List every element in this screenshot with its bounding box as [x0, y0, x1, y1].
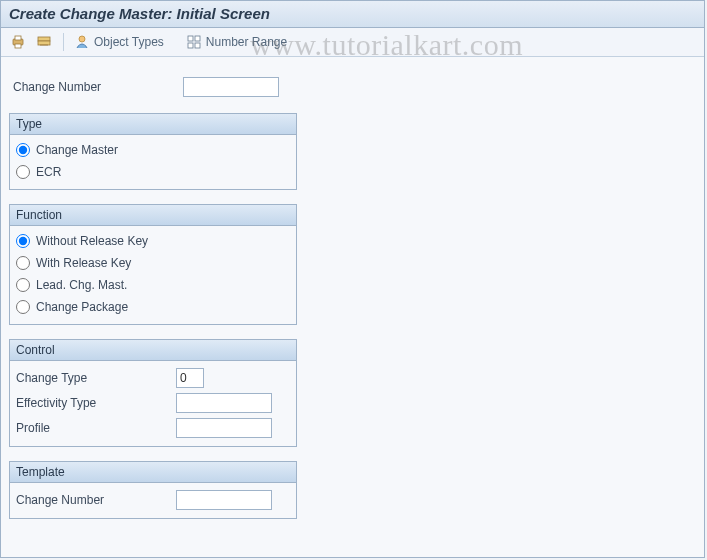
function-group-body: Without Release Key With Release Key Lea…: [10, 226, 296, 324]
change-number-row: Change Number: [9, 75, 696, 99]
function-option-with-release[interactable]: With Release Key: [16, 252, 290, 274]
type-label-change-master: Change Master: [36, 143, 118, 157]
svg-rect-4: [38, 41, 50, 45]
number-range-label: Number Range: [206, 35, 287, 49]
template-group: Template Change Number: [9, 461, 297, 519]
function-radio-with-release[interactable]: [16, 256, 30, 270]
effectivity-type-label: Effectivity Type: [16, 396, 176, 410]
function-label-lead-chg: Lead. Chg. Mast.: [36, 278, 127, 292]
object-types-label: Object Types: [94, 35, 164, 49]
sap-window: Create Change Master: Initial Screen Obj…: [0, 0, 705, 558]
work-area: Change Number Type Change Master ECR Fun…: [1, 57, 704, 529]
function-label-with-release: With Release Key: [36, 256, 131, 270]
person-icon: [74, 34, 90, 50]
find-icon[interactable]: [33, 31, 55, 53]
number-range-button[interactable]: Number Range: [184, 31, 293, 53]
control-group-title: Control: [10, 340, 296, 361]
grid-icon: [186, 34, 202, 50]
change-type-input[interactable]: [176, 368, 204, 388]
function-option-lead-chg[interactable]: Lead. Chg. Mast.: [16, 274, 290, 296]
type-option-change-master[interactable]: Change Master: [16, 139, 290, 161]
type-group: Type Change Master ECR: [9, 113, 297, 190]
type-radio-ecr[interactable]: [16, 165, 30, 179]
svg-rect-1: [15, 36, 21, 40]
svg-rect-7: [188, 36, 193, 41]
change-type-label: Change Type: [16, 371, 176, 385]
page-title: Create Change Master: Initial Screen: [1, 1, 704, 28]
type-group-body: Change Master ECR: [10, 135, 296, 189]
function-label-without-release: Without Release Key: [36, 234, 148, 248]
template-group-title: Template: [10, 462, 296, 483]
profile-label: Profile: [16, 421, 176, 435]
print-icon[interactable]: [7, 31, 29, 53]
function-group-title: Function: [10, 205, 296, 226]
template-change-number-input[interactable]: [176, 490, 272, 510]
function-radio-lead-chg[interactable]: [16, 278, 30, 292]
svg-rect-9: [188, 43, 193, 48]
svg-rect-3: [38, 37, 50, 41]
type-radio-change-master[interactable]: [16, 143, 30, 157]
function-radio-without-release[interactable]: [16, 234, 30, 248]
control-group: Control Change Type Effectivity Type Pro…: [9, 339, 297, 447]
type-option-ecr[interactable]: ECR: [16, 161, 290, 183]
svg-point-6: [79, 36, 85, 42]
svg-rect-2: [15, 44, 21, 48]
change-number-label: Change Number: [9, 80, 183, 94]
function-radio-change-package[interactable]: [16, 300, 30, 314]
function-label-change-package: Change Package: [36, 300, 128, 314]
function-option-change-package[interactable]: Change Package: [16, 296, 290, 318]
change-type-row: Change Type: [16, 365, 290, 390]
function-option-without-release[interactable]: Without Release Key: [16, 230, 290, 252]
effectivity-type-row: Effectivity Type: [16, 390, 290, 415]
application-toolbar: Object Types Number Range: [1, 28, 704, 57]
template-change-number-row: Change Number: [16, 487, 290, 512]
template-group-body: Change Number: [10, 483, 296, 518]
profile-row: Profile: [16, 415, 290, 440]
template-change-number-label: Change Number: [16, 493, 176, 507]
profile-input[interactable]: [176, 418, 272, 438]
toolbar-separator: [63, 33, 64, 51]
svg-rect-8: [195, 36, 200, 41]
control-group-body: Change Type Effectivity Type Profile: [10, 361, 296, 446]
change-number-input[interactable]: [183, 77, 279, 97]
type-group-title: Type: [10, 114, 296, 135]
function-group: Function Without Release Key With Releas…: [9, 204, 297, 325]
type-label-ecr: ECR: [36, 165, 61, 179]
effectivity-type-input[interactable]: [176, 393, 272, 413]
svg-rect-10: [195, 43, 200, 48]
object-types-button[interactable]: Object Types: [72, 31, 170, 53]
